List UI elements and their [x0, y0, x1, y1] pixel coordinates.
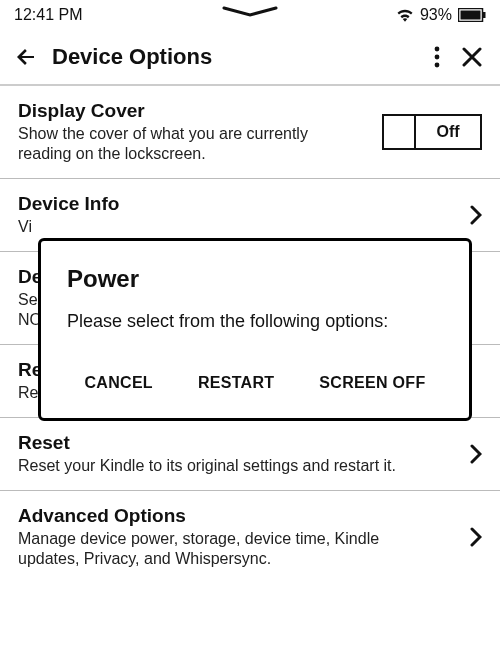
close-button[interactable]	[462, 47, 482, 67]
menu-button[interactable]	[434, 46, 440, 68]
screen-off-button[interactable]: SCREEN OFF	[319, 374, 425, 392]
more-vertical-icon	[434, 46, 440, 68]
item-desc: Show the cover of what you are currently…	[18, 124, 332, 164]
item-desc: Manage device power, storage, device tim…	[18, 529, 432, 569]
wifi-icon	[396, 8, 414, 22]
svg-point-5	[435, 63, 440, 68]
item-reset[interactable]: Reset Reset your Kindle to its original …	[0, 418, 500, 491]
item-desc: Vi	[18, 217, 432, 237]
svg-rect-2	[483, 12, 486, 18]
arrow-left-icon	[14, 45, 38, 69]
chevron-right-icon	[470, 205, 482, 225]
close-icon	[462, 47, 482, 67]
toggle-label: Off	[416, 116, 480, 148]
cancel-button[interactable]: CANCEL	[84, 374, 152, 392]
svg-point-4	[435, 55, 440, 60]
item-title: Device Info	[18, 193, 432, 215]
chevron-right-icon	[470, 444, 482, 464]
dialog-message: Please select from the following options…	[67, 311, 443, 332]
restart-button[interactable]: RESTART	[198, 374, 274, 392]
back-button[interactable]	[14, 45, 42, 69]
page-header: Device Options	[0, 26, 500, 84]
display-cover-toggle[interactable]: Off	[382, 114, 482, 150]
item-title: Advanced Options	[18, 505, 432, 527]
item-desc: Reset your Kindle to its original settin…	[18, 456, 432, 476]
svg-point-3	[435, 47, 440, 52]
svg-rect-1	[461, 11, 481, 20]
item-title: Display Cover	[18, 100, 332, 122]
dialog-title: Power	[67, 265, 443, 293]
item-display-cover[interactable]: Display Cover Show the cover of what you…	[0, 86, 500, 179]
item-advanced-options[interactable]: Advanced Options Manage device power, st…	[0, 491, 500, 583]
battery-icon	[458, 8, 486, 22]
battery-percent: 93%	[420, 6, 452, 24]
chevron-right-icon	[470, 527, 482, 547]
toggle-knob	[384, 116, 416, 148]
drag-handle-icon[interactable]	[222, 6, 278, 18]
item-title: Reset	[18, 432, 432, 454]
power-dialog: Power Please select from the following o…	[38, 238, 472, 421]
clock: 12:41 PM	[14, 6, 82, 24]
page-title: Device Options	[52, 44, 434, 70]
